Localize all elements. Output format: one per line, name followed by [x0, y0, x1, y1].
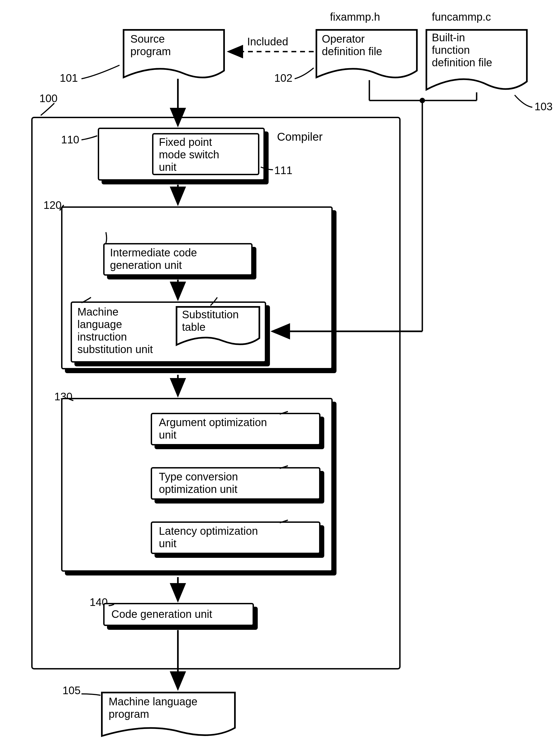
latency-opt-label: Latency optimization unit	[159, 525, 258, 550]
code-gen-label: Code generation unit	[111, 608, 212, 620]
intermediate-gen-label: Intermediate code generation unit	[110, 246, 197, 271]
builtin-func-text: Built-in function definition file	[432, 31, 492, 69]
ref-120: 120	[43, 199, 62, 211]
fixammp-label: fixammp.h	[330, 11, 380, 23]
argument-opt-label: Argument optimization unit	[159, 416, 267, 441]
ref-102: 102	[274, 72, 293, 84]
funcammp-label: funcammp.c	[432, 11, 491, 23]
source-program-text: Source program	[131, 33, 171, 58]
fixed-point-label: Fixed point mode switch unit	[159, 136, 219, 173]
type-conv-label: Type conversion optimization unit	[159, 470, 238, 495]
operator-def-text: Operator definition file	[322, 33, 382, 58]
compiler-label: Compiler	[277, 131, 323, 143]
included-label: Included	[247, 35, 288, 48]
ref-111: 111	[274, 164, 293, 177]
diagram-canvas: fixammp.h funcammp.c Source program Oper…	[0, 0, 560, 755]
ref-110: 110	[61, 134, 79, 146]
svg-point-13	[420, 98, 425, 103]
machine-lang-text: Machine language program	[108, 695, 197, 720]
ref-103: 103	[535, 100, 553, 113]
machine-sub-label: Machine language instruction substitutio…	[77, 305, 153, 356]
ref-105: 105	[62, 684, 81, 697]
ref-101: 101	[60, 72, 78, 84]
compiler-box	[31, 117, 401, 670]
substitution-table-text: Substitution table	[182, 308, 239, 333]
ref-100: 100	[39, 92, 58, 104]
